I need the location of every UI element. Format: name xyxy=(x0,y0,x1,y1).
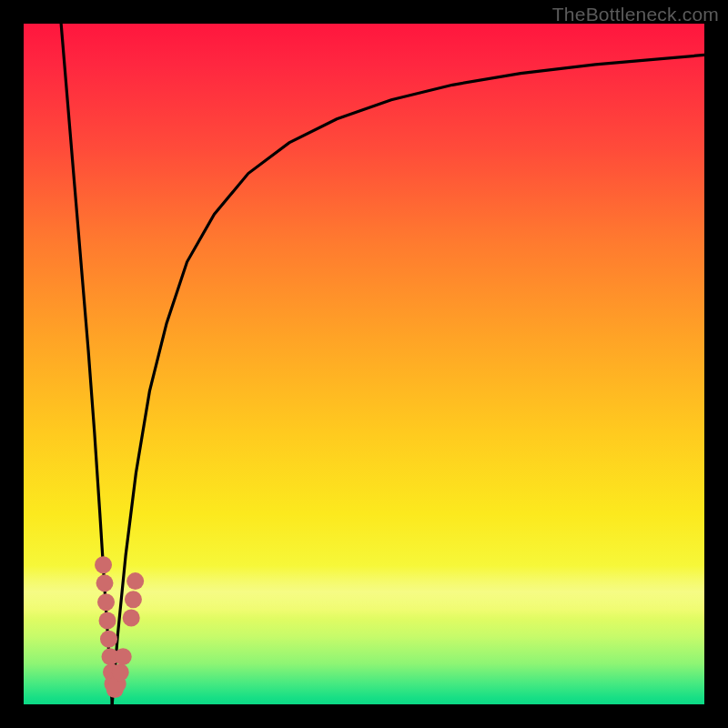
data-dot xyxy=(123,610,140,627)
data-dot xyxy=(125,591,142,608)
data-dot xyxy=(99,612,116,630)
data-dot xyxy=(126,572,144,590)
data-dot xyxy=(96,574,114,592)
data-dot xyxy=(115,648,132,665)
data-dot xyxy=(95,556,112,573)
watermark-text: TheBottleneck.com xyxy=(552,4,719,25)
data-dot xyxy=(112,663,129,681)
data-dot xyxy=(97,593,115,611)
chart-frame: TheBottleneck.com xyxy=(0,0,728,728)
data-dot xyxy=(100,631,117,648)
bottleneck-curve xyxy=(24,24,704,704)
curve-right-branch xyxy=(112,55,704,704)
plot-area xyxy=(24,24,704,704)
